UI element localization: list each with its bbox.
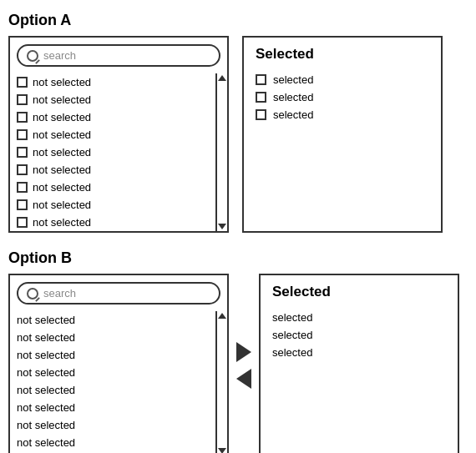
selected-item[interactable]: selected xyxy=(272,309,446,326)
list-item[interactable]: not selected xyxy=(10,108,227,126)
search-icon xyxy=(27,288,38,299)
option-a-list-area: not selected not selected not selected n… xyxy=(10,73,227,231)
option-b-title: Option B xyxy=(8,249,468,267)
list-item[interactable]: not selected xyxy=(10,91,227,108)
list-item-label: not selected xyxy=(17,384,75,396)
option-a-selected-title: Selected xyxy=(256,46,429,63)
list-item-label: not selected xyxy=(17,436,75,449)
checkbox[interactable] xyxy=(17,217,28,228)
checkbox[interactable] xyxy=(17,199,28,210)
list-item[interactable]: not selected xyxy=(10,126,227,143)
option-a-search-bar[interactable]: search xyxy=(17,44,220,67)
list-item[interactable]: not selected xyxy=(10,214,227,231)
checkbox[interactable] xyxy=(17,77,28,88)
option-b-row: search not selected not selected not sel… xyxy=(8,274,468,453)
option-a-row: search not selected not selected not sel… xyxy=(8,36,468,233)
list-item[interactable]: not selected xyxy=(10,346,227,364)
list-item-label: not selected xyxy=(17,349,75,361)
move-left-button[interactable] xyxy=(236,369,251,389)
scroll-down-icon[interactable] xyxy=(218,448,226,453)
list-item[interactable]: not selected xyxy=(10,179,227,196)
list-item-label: not selected xyxy=(33,216,91,229)
selected-item[interactable]: selected xyxy=(256,106,429,123)
list-item-label: not selected xyxy=(17,419,75,431)
list-item[interactable]: not selected xyxy=(10,399,227,416)
list-item-label: not selected xyxy=(33,128,91,141)
option-b-right-panel: Selected selected selected selected xyxy=(259,274,459,453)
scrollbar[interactable] xyxy=(215,73,227,231)
selected-item-label: selected xyxy=(272,311,312,324)
section-a: Option A search not selected not selecte… xyxy=(8,12,468,233)
option-b-search-bar[interactable]: search xyxy=(17,282,220,305)
selected-item-label: selected xyxy=(273,73,313,86)
checkbox[interactable] xyxy=(17,94,28,105)
checkbox[interactable] xyxy=(17,129,28,140)
list-item-label: not selected xyxy=(33,146,91,159)
list-item[interactable]: not selected xyxy=(10,381,227,399)
scrollbar[interactable] xyxy=(215,311,227,453)
list-item[interactable]: not selected xyxy=(10,311,227,329)
selected-item[interactable]: selected xyxy=(256,88,429,106)
list-item[interactable]: not selected xyxy=(10,143,227,161)
selected-item[interactable]: selected xyxy=(256,71,429,88)
list-item[interactable]: not selected xyxy=(10,329,227,346)
list-item-label: not selected xyxy=(33,199,91,211)
list-item-label: not selected xyxy=(33,76,91,88)
list-item-label: not selected xyxy=(33,111,91,123)
checkbox[interactable] xyxy=(256,74,266,85)
checkbox[interactable] xyxy=(256,109,266,120)
option-b-list-area: not selected not selected not selected n… xyxy=(10,311,227,453)
checkbox[interactable] xyxy=(17,164,28,175)
section-b: Option B search not selected not selecte… xyxy=(8,249,468,453)
list-item-label: not selected xyxy=(17,331,75,344)
option-a-search-placeholder: search xyxy=(43,49,76,62)
option-b-left-panel: search not selected not selected not sel… xyxy=(8,274,229,453)
list-item-label: not selected xyxy=(33,181,91,194)
list-item[interactable]: not selected xyxy=(10,434,227,451)
transfer-arrows xyxy=(229,342,259,389)
option-a-right-panel: Selected selected selected selected xyxy=(242,36,443,233)
selected-item[interactable]: selected xyxy=(272,344,446,361)
checkbox[interactable] xyxy=(17,182,28,193)
list-item[interactable]: not selected xyxy=(10,73,227,91)
move-right-button[interactable] xyxy=(236,342,251,362)
search-icon xyxy=(27,50,38,62)
checkbox[interactable] xyxy=(17,147,28,158)
selected-item-label: selected xyxy=(272,346,312,359)
selected-item-label: selected xyxy=(273,91,313,103)
selected-item-label: selected xyxy=(272,329,312,341)
list-item[interactable]: not selected xyxy=(10,364,227,381)
list-item-label: not selected xyxy=(17,401,75,414)
option-a-left-panel: search not selected not selected not sel… xyxy=(8,36,229,233)
selected-item-label: selected xyxy=(273,108,313,121)
option-a-title: Option A xyxy=(8,12,468,29)
option-b-search-placeholder: search xyxy=(43,287,76,299)
scroll-down-icon[interactable] xyxy=(218,224,226,229)
list-item[interactable]: not selected xyxy=(10,161,227,179)
list-item[interactable]: not selected xyxy=(10,196,227,214)
list-item-label: not selected xyxy=(33,164,91,176)
scroll-up-icon[interactable] xyxy=(218,75,226,81)
selected-item[interactable]: selected xyxy=(272,326,446,344)
list-item-label: not selected xyxy=(17,366,75,379)
checkbox[interactable] xyxy=(256,92,266,103)
option-b-selected-title: Selected xyxy=(272,284,446,300)
checkbox[interactable] xyxy=(17,112,28,123)
list-item[interactable]: not selected xyxy=(10,416,227,434)
scroll-up-icon[interactable] xyxy=(218,313,226,319)
list-item-label: not selected xyxy=(17,314,75,326)
list-item-label: not selected xyxy=(33,93,91,106)
